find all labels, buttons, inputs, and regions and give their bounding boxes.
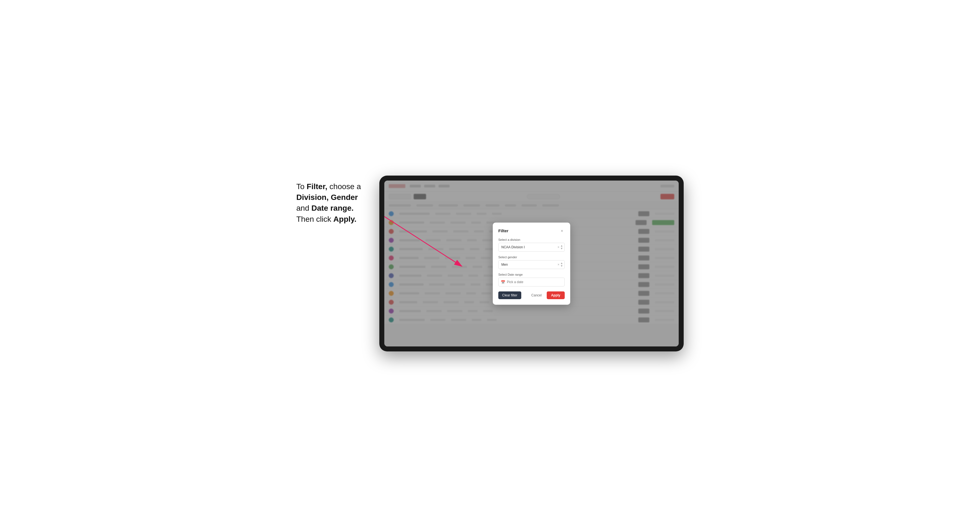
- outer-wrapper: To Filter, choose a Division, Gender and…: [296, 176, 684, 351]
- instruction-text: To Filter, choose a Division, Gender and…: [296, 176, 377, 224]
- gender-select-wrapper: Men × ▲▼: [498, 260, 565, 269]
- svg-line-1: [384, 216, 462, 266]
- tablet-frame: Filter × Select a division NCAA Division…: [379, 176, 684, 351]
- apply-button[interactable]: Apply: [547, 291, 565, 299]
- division-form-group: Select a division NCAA Division I × ▲▼: [498, 238, 565, 252]
- bold-apply: Apply.: [333, 215, 356, 224]
- modal-footer: Clear filter Cancel Apply: [498, 291, 565, 299]
- close-icon: ×: [561, 229, 563, 233]
- bold-filter: Filter,: [307, 182, 327, 191]
- gender-clear-icon[interactable]: ×: [557, 263, 560, 267]
- date-form-group: Select Date range 📅: [498, 273, 565, 286]
- modal-close-button[interactable]: ×: [559, 228, 565, 233]
- filter-modal: Filter × Select a division NCAA Division…: [493, 222, 570, 305]
- instruction-line4: Then click Apply.: [296, 215, 356, 224]
- division-clear-icon[interactable]: ×: [557, 245, 560, 249]
- footer-right-buttons: Cancel Apply: [528, 291, 565, 299]
- gender-form-group: Select gender Men × ▲▼: [498, 256, 565, 269]
- tablet-screen: Filter × Select a division NCAA Division…: [384, 181, 679, 346]
- instruction-line3: and Date range.: [296, 204, 353, 212]
- gender-label: Select gender: [498, 256, 565, 259]
- division-select[interactable]: NCAA Division I: [498, 243, 565, 252]
- date-input-wrapper: 📅: [498, 278, 565, 286]
- division-select-wrapper: NCAA Division I × ▲▼: [498, 243, 565, 252]
- modal-header: Filter ×: [498, 228, 565, 233]
- modal-title: Filter: [498, 229, 509, 233]
- division-label: Select a division: [498, 238, 565, 241]
- cancel-button[interactable]: Cancel: [528, 291, 544, 299]
- gender-select[interactable]: Men: [498, 260, 565, 269]
- instruction-line1: To Filter, choose a: [296, 182, 361, 191]
- date-input[interactable]: [498, 278, 565, 286]
- bold-division-gender: Division, Gender: [296, 193, 358, 202]
- date-label: Select Date range: [498, 273, 565, 276]
- bold-date-range: Date range.: [312, 204, 354, 212]
- clear-filter-button[interactable]: Clear filter: [498, 291, 521, 299]
- modal-overlay: Filter × Select a division NCAA Division…: [384, 181, 679, 346]
